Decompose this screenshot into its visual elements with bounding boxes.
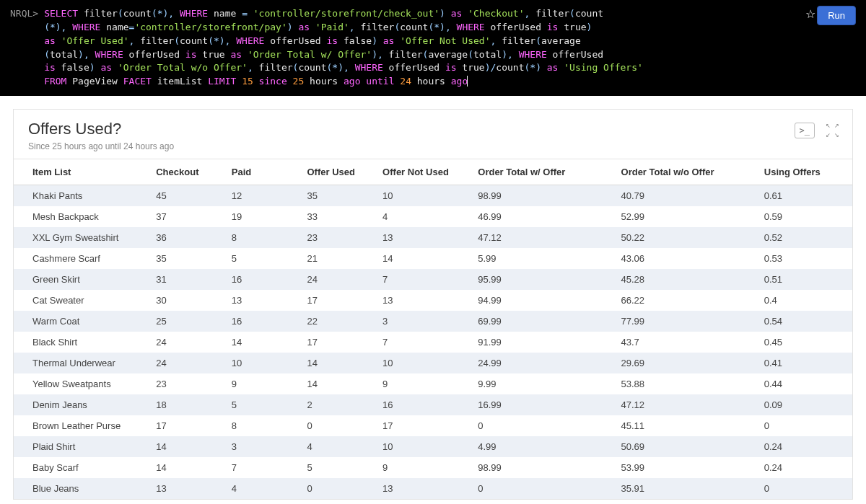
table-cell: 7 — [375, 269, 471, 290]
table-row[interactable]: XXL Gym Sweatshirt368231347.1250.220.52 — [14, 227, 852, 248]
table-cell: 53.99 — [614, 457, 757, 478]
table-cell: 0.09 — [757, 394, 852, 415]
table-cell: 9 — [375, 373, 471, 394]
table-cell: 10 — [224, 353, 300, 373]
table-cell: 0.51 — [757, 269, 852, 290]
table-cell: 14 — [299, 353, 375, 373]
table-cell: 17 — [299, 290, 375, 311]
table-cell: 16.99 — [471, 394, 613, 415]
table-cell: 43.7 — [614, 332, 757, 353]
table-cell: Brown Leather Purse — [14, 415, 149, 436]
table-cell: 8 — [224, 415, 300, 436]
table-cell: 5 — [224, 394, 300, 415]
column-header[interactable]: Order Total w/ Offer — [471, 159, 613, 185]
table-row[interactable]: Yellow Sweatpants2391499.9953.880.44 — [14, 373, 852, 394]
table-cell: 47.12 — [471, 227, 613, 248]
results-title: Offers Used? — [28, 120, 174, 138]
table-cell: Black Shirt — [14, 332, 149, 353]
table-cell: 12 — [224, 185, 300, 207]
table-cell: 4 — [224, 478, 300, 499]
table-cell: 91.99 — [471, 332, 613, 353]
table-cell: 14 — [375, 248, 471, 269]
table-cell: 0.41 — [757, 353, 852, 373]
table-cell: 14 — [224, 332, 300, 353]
nrql-prompt-label: NRQL> — [10, 7, 38, 19]
table-cell: 0.59 — [757, 206, 852, 227]
table-cell: 13 — [375, 290, 471, 311]
table-cell: 50.69 — [614, 436, 757, 457]
column-header[interactable]: Item List — [14, 159, 149, 185]
run-button[interactable]: Run — [817, 6, 856, 25]
table-cell: 24 — [149, 332, 224, 353]
table-cell: 95.99 — [471, 269, 613, 290]
table-cell: 0.45 — [757, 332, 852, 353]
table-cell: 21 — [299, 248, 375, 269]
table-cell: 0.24 — [757, 436, 852, 457]
table-cell: 5 — [299, 457, 375, 478]
table-row[interactable]: Baby Scarf1475998.9953.990.24 — [14, 457, 852, 478]
column-header[interactable]: Paid — [224, 159, 300, 185]
table-cell: 47.12 — [614, 394, 757, 415]
table-cell: 98.99 — [471, 457, 613, 478]
table-row[interactable]: Thermal Underwear2410141024.9929.690.41 — [14, 353, 852, 373]
table-body: Khaki Pants4512351098.9940.790.61Mesh Ba… — [14, 185, 852, 500]
favorite-star-icon[interactable]: ☆ — [805, 7, 815, 21]
table-row[interactable]: Plaid Shirt1434104.9950.690.24 — [14, 436, 852, 457]
table-cell: 7 — [224, 457, 300, 478]
table-cell: 0 — [471, 415, 613, 436]
table-cell: Green Skirt — [14, 269, 149, 290]
table-cell: 17 — [375, 415, 471, 436]
table-cell: 9 — [224, 373, 300, 394]
column-header[interactable]: Offer Used — [299, 159, 375, 185]
table-cell: 3 — [375, 311, 471, 332]
table-cell: 8 — [224, 227, 300, 248]
table-row[interactable]: Khaki Pants4512351098.9940.790.61 — [14, 185, 852, 207]
column-header[interactable]: Using Offers — [757, 159, 852, 185]
expand-icon[interactable]: ↖↗↙↘ — [825, 123, 838, 136]
nrql-query-input[interactable]: SELECT filter(count(*), WHERE name = 'co… — [44, 7, 856, 89]
table-row[interactable]: Warm Coat251622369.9977.990.54 — [14, 311, 852, 332]
table-cell: Denim Jeans — [14, 394, 149, 415]
table-cell: 50.22 — [614, 227, 757, 248]
table-cell: 18 — [149, 394, 224, 415]
table-row[interactable]: Green Skirt311624795.9945.280.51 — [14, 269, 852, 290]
table-cell: 23 — [299, 227, 375, 248]
results-table: Item ListCheckoutPaidOffer UsedOffer Not… — [14, 159, 852, 499]
table-cell: 14 — [149, 436, 224, 457]
table-cell: 10 — [375, 436, 471, 457]
table-row[interactable]: Black Shirt241417791.9943.70.45 — [14, 332, 852, 353]
table-cell: 0 — [757, 415, 852, 436]
table-cell: 40.79 — [614, 185, 757, 207]
table-row[interactable]: Brown Leather Purse178017045.110 — [14, 415, 852, 436]
table-cell: 16 — [224, 269, 300, 290]
table-cell: Warm Coat — [14, 311, 149, 332]
table-cell: 77.99 — [614, 311, 757, 332]
table-cell: 45.11 — [614, 415, 757, 436]
table-cell: 9.99 — [471, 373, 613, 394]
column-header[interactable]: Order Total w/o Offer — [614, 159, 757, 185]
table-cell: 29.69 — [614, 353, 757, 373]
table-row[interactable]: Cat Sweater3013171394.9966.220.4 — [14, 290, 852, 311]
table-cell: XXL Gym Sweatshirt — [14, 227, 149, 248]
table-cell: 53.88 — [614, 373, 757, 394]
table-cell: 2 — [299, 394, 375, 415]
table-cell: 0.4 — [757, 290, 852, 311]
table-row[interactable]: Blue Jeans134013035.910 — [14, 478, 852, 499]
table-row[interactable]: Denim Jeans18521616.9947.120.09 — [14, 394, 852, 415]
table-cell: 14 — [299, 373, 375, 394]
table-cell: 16 — [375, 394, 471, 415]
table-cell: 35.91 — [614, 478, 757, 499]
table-cell: Blue Jeans — [14, 478, 149, 499]
table-cell: 9 — [375, 457, 471, 478]
column-header[interactable]: Offer Not Used — [375, 159, 471, 185]
table-cell: 23 — [149, 373, 224, 394]
table-cell: Thermal Underwear — [14, 353, 149, 373]
table-row[interactable]: Mesh Backpack371933446.9952.990.59 — [14, 206, 852, 227]
table-cell: 52.99 — [614, 206, 757, 227]
table-row[interactable]: Cashmere Scarf35521145.9943.060.53 — [14, 248, 852, 269]
results-header: Offers Used? Since 25 hours ago until 24… — [14, 110, 852, 159]
column-header[interactable]: Checkout — [149, 159, 224, 185]
table-cell: 36 — [149, 227, 224, 248]
table-cell: Cashmere Scarf — [14, 248, 149, 269]
console-icon[interactable]: >_ — [795, 123, 815, 138]
